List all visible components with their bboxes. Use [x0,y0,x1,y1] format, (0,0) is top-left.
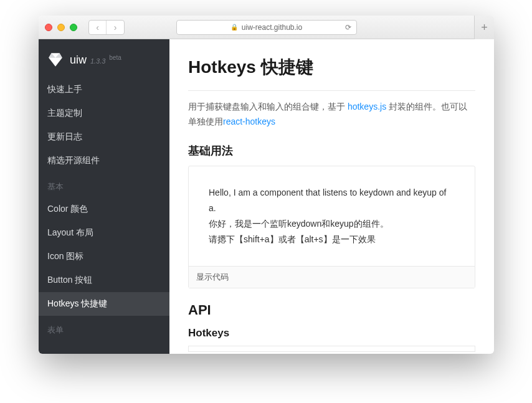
hotkeys-subheading: Hotkeys [188,327,475,339]
api-table [188,346,475,352]
demo-line: Hello, I am a component that listens to … [209,185,455,216]
intro-text: 用于捕获键盘输入和输入的组合键，基于 hotkeys.js 封装的组件。也可以单… [188,100,475,130]
logo-tag: beta [109,54,121,61]
link-react-hotkeys[interactable]: react-hotkeys [223,116,275,126]
forward-button[interactable]: › [107,21,124,34]
sidebar-item-button[interactable]: Button 按钮 [39,268,169,292]
sidebar-item-quickstart[interactable]: 快速上手 [39,78,169,102]
sidebar-item-label: Layout 布局 [47,227,93,237]
api-heading: API [188,302,475,318]
reload-icon[interactable]: ⟳ [345,23,351,32]
app-body: uiw 1.3.3 beta 快速上手 主题定制 更新日志 精选开源组件 基本 … [39,39,494,354]
sidebar-item-label: Button 按钮 [47,275,92,285]
browser-window: ‹ › 🔒 uiw-react.github.io ⟳ + u [39,16,494,354]
logo-name: uiw [70,54,87,66]
address-bar[interactable]: 🔒 uiw-react.github.io ⟳ [176,20,357,35]
sidebar-item-icon[interactable]: Icon 图标 [39,245,169,268]
back-button[interactable]: ‹ [89,21,107,34]
window-controls [45,24,77,31]
sidebar-item-label: 快速上手 [47,84,82,94]
sidebar-item-layout[interactable]: Layout 布局 [39,221,169,245]
logo-version: 1.3.3 [90,57,105,65]
url-text: uiw-react.github.io [242,23,302,32]
link-hotkeysjs[interactable]: hotkeys.js [348,102,386,111]
minimize-window-button[interactable] [57,24,65,31]
sidebar-item-opensource[interactable]: 精选开源组件 [39,149,169,173]
section-basic-usage: 基础用法 [188,143,475,158]
demo-box: Hello, I am a component that listens to … [188,166,475,289]
new-tab-button[interactable]: + [474,16,494,39]
sidebar-item-label: 更新日志 [47,131,82,141]
nav-button-group: ‹ › [88,20,125,35]
browser-toolbar: ‹ › 🔒 uiw-react.github.io ⟳ + [39,16,494,39]
lock-icon: 🔒 [230,24,238,31]
main-content: Hotkeys 快捷键 用于捕获键盘输入和输入的组合键，基于 hotkeys.j… [169,39,494,354]
sidebar-item-label: Hotkeys 快捷键 [47,298,107,308]
page-title: Hotkeys 快捷键 [188,55,475,79]
logo[interactable]: uiw 1.3.3 beta [39,39,169,78]
divider [188,90,475,91]
demo-line: 你好，我是一个监听keydown和keyup的组件。 [209,216,455,232]
sidebar-section-form: 表单 [39,316,169,341]
sidebar-item-color[interactable]: Color 颜色 [39,197,169,221]
sidebar: uiw 1.3.3 beta 快速上手 主题定制 更新日志 精选开源组件 基本 … [39,39,169,354]
sidebar-item-theme[interactable]: 主题定制 [39,102,169,125]
demo-line: 请摁下【shift+a】或者【alt+s】是一下效果 [209,232,455,247]
close-window-button[interactable] [45,24,52,31]
demo-content: Hello, I am a component that listens to … [189,166,475,267]
sidebar-item-label: Icon 图标 [47,251,83,261]
maximize-window-button[interactable] [70,24,77,31]
sidebar-item-changelog[interactable]: 更新日志 [39,125,169,149]
chevron-left-icon: ‹ [96,22,99,32]
sidebar-item-label: 主题定制 [47,108,82,118]
sidebar-item-label: 精选开源组件 [47,155,100,165]
sidebar-section-basic: 基本 [39,173,169,197]
sidebar-item-label: Color 颜色 [47,204,88,214]
sidebar-item-hotkeys[interactable]: Hotkeys 快捷键 [39,292,169,316]
show-code-button[interactable]: 显示代码 [189,266,475,288]
plus-icon: + [481,21,488,34]
chevron-right-icon: › [114,22,117,32]
uiw-logo-icon [47,52,64,68]
